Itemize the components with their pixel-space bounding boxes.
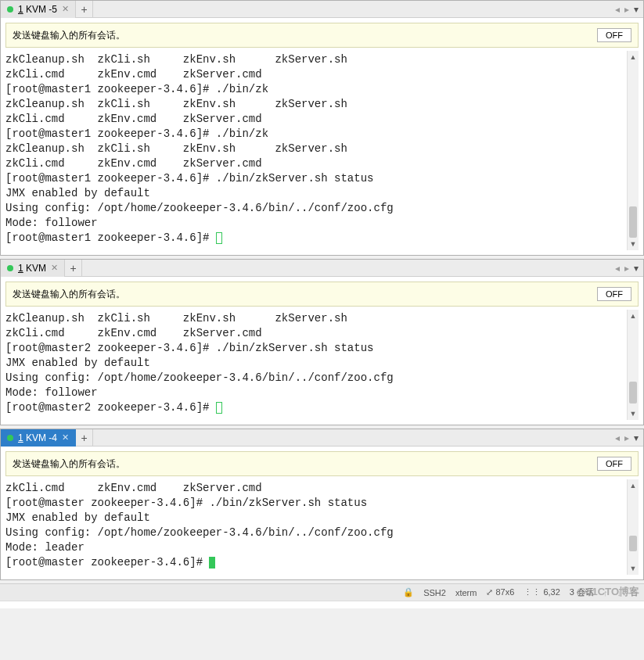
broadcast-notice: 发送键盘输入的所有会话。OFF <box>5 451 639 476</box>
terminal-line: Mode: follower <box>5 216 639 231</box>
tab-label: 1 KVM -5 <box>18 4 57 15</box>
terminal-line: [root@master2 zookeeper-3.4.6]# <box>5 400 639 415</box>
notice-text: 发送键盘输入的所有会话。 <box>13 457 125 471</box>
bottom-stub <box>0 601 644 608</box>
tab-label: 1 KVM <box>18 263 46 274</box>
scroll-down-icon[interactable]: ▼ <box>628 562 639 575</box>
broadcast-notice: 发送键盘输入的所有会话。OFF <box>5 23 639 48</box>
add-tab-button[interactable]: + <box>65 260 82 277</box>
close-icon[interactable]: ✕ <box>51 263 58 273</box>
tab-prev-icon[interactable]: ◂ <box>615 4 620 15</box>
session-tab[interactable]: 1 KVM -4✕ <box>1 429 76 447</box>
terminal-output[interactable]: zkCli.cmd zkEnv.cmd zkServer.cmd[root@ma… <box>5 479 639 575</box>
status-bar: 🔒SSH2xterm⤢ 87x6⋮⋮ 6,323 会话↑↓◻ <box>0 583 644 601</box>
terminal-wrap: zkCleanup.sh zkCli.sh zkEnv.sh zkServer.… <box>5 310 639 420</box>
terminal-line: JMX enabled by default <box>5 186 639 201</box>
tab-menu-icon[interactable]: ▾ <box>634 263 639 274</box>
scroll-down-icon[interactable]: ▼ <box>628 238 639 250</box>
terminal-line: [root@master zookeeper-3.4.6]# <box>5 555 639 570</box>
tab-bar: 1 KVM -5✕+◂▸▾ <box>1 1 643 18</box>
terminal-line: zkCli.cmd zkEnv.cmd zkServer.cmd <box>5 67 639 82</box>
scroll-up-icon[interactable]: ▲ <box>628 51 639 63</box>
tab-bar: 1 KVM -4✕+◂▸▾ <box>1 429 643 447</box>
tab-menu-icon[interactable]: ▾ <box>634 4 639 15</box>
notice-text: 发送键盘输入的所有会话。 <box>13 29 125 42</box>
terminal-line: JMX enabled by default <box>5 356 639 371</box>
broadcast-notice: 发送键盘输入的所有会话。OFF <box>5 282 639 307</box>
terminal-line: JMX enabled by default <box>5 511 639 525</box>
terminal-line: Using config: /opt/home/zookeeper-3.4.6/… <box>5 525 639 540</box>
broadcast-toggle-button[interactable]: OFF <box>597 457 631 471</box>
terminal-line: [root@master1 zookeeper-3.4.6]# ./bin/zk <box>5 82 639 97</box>
terminal-line: [root@master1 zookeeper-3.4.6]# ./bin/zk… <box>5 171 639 186</box>
terminal-line: zkCli.cmd zkEnv.cmd zkServer.cmd <box>5 156 639 171</box>
close-icon[interactable]: ✕ <box>62 432 69 443</box>
tab-nav: ◂▸▾ <box>615 1 639 18</box>
scroll-track[interactable] <box>628 322 639 407</box>
close-icon[interactable]: ✕ <box>62 4 69 14</box>
terminal-wrap: zkCli.cmd zkEnv.cmd zkServer.cmd[root@ma… <box>5 479 639 575</box>
status-size: ⤢ 87x6 <box>486 587 514 597</box>
terminal-pane: 1 KVM -4✕+◂▸▾发送键盘输入的所有会话。OFFzkCli.cmd zk… <box>0 429 644 580</box>
scroll-thumb[interactable] <box>629 536 637 551</box>
terminal-line: zkCli.cmd zkEnv.cmd zkServer.cmd <box>5 326 639 341</box>
arrow-up-icon[interactable]: ↑ <box>603 588 608 597</box>
tab-next-icon[interactable]: ▸ <box>624 432 629 443</box>
notice-text: 发送键盘输入的所有会话。 <box>13 288 125 301</box>
scroll-track[interactable] <box>628 492 639 562</box>
cursor-icon <box>216 232 222 244</box>
square-icon[interactable]: ◻ <box>631 587 638 597</box>
resize-icon: ⤢ <box>486 587 495 597</box>
terminal-line: zkCleanup.sh zkCli.sh zkEnv.sh zkServer.… <box>5 97 639 112</box>
session-tab[interactable]: 1 KVM -5✕ <box>1 1 76 18</box>
scroll-up-icon[interactable]: ▲ <box>628 310 639 322</box>
scroll-down-icon[interactable]: ▼ <box>628 407 639 420</box>
terminal-pane: 1 KVM -5✕+◂▸▾发送键盘输入的所有会话。OFFzkCleanup.sh… <box>0 0 644 256</box>
tab-prev-icon[interactable]: ◂ <box>615 432 620 443</box>
terminal-line: zkCleanup.sh zkCli.sh zkEnv.sh zkServer.… <box>5 52 639 67</box>
terminal-pane: 1 KVM✕+◂▸▾发送键盘输入的所有会话。OFFzkCleanup.sh zk… <box>0 259 644 425</box>
scrollbar[interactable]: ▲▼ <box>627 479 639 575</box>
tab-next-icon[interactable]: ▸ <box>624 4 629 15</box>
terminal-line: zkCleanup.sh zkCli.sh zkEnv.sh zkServer.… <box>5 311 639 326</box>
scrollbar[interactable]: ▲▼ <box>627 310 639 420</box>
tab-nav: ◂▸▾ <box>615 429 639 447</box>
scroll-thumb[interactable] <box>629 206 637 238</box>
scrollbar[interactable]: ▲▼ <box>627 51 639 250</box>
status-dot-icon <box>7 265 13 271</box>
grid-icon: ⋮⋮ <box>523 587 543 597</box>
broadcast-toggle-button[interactable]: OFF <box>597 287 631 301</box>
status-sessions: 3 会话 <box>570 586 594 598</box>
scroll-track[interactable] <box>628 63 639 238</box>
status-position: ⋮⋮ 6,32 <box>523 587 559 597</box>
session-tab[interactable]: 1 KVM✕ <box>1 260 65 277</box>
status-protocol: SSH2 <box>423 588 446 597</box>
scroll-up-icon[interactable]: ▲ <box>628 479 639 492</box>
tab-menu-icon[interactable]: ▾ <box>634 432 639 443</box>
cursor-icon <box>209 557 215 569</box>
arrow-down-icon[interactable]: ↓ <box>617 588 622 597</box>
broadcast-toggle-button[interactable]: OFF <box>597 28 631 42</box>
terminal-wrap: zkCleanup.sh zkCli.sh zkEnv.sh zkServer.… <box>5 51 639 250</box>
status-dot-icon <box>7 435 13 441</box>
tab-label: 1 KVM -4 <box>18 432 57 443</box>
tab-prev-icon[interactable]: ◂ <box>615 263 620 274</box>
status-dot-icon <box>7 6 13 13</box>
terminal-line: Using config: /opt/home/zookeeper-3.4.6/… <box>5 201 639 216</box>
cursor-icon <box>216 402 222 414</box>
scroll-thumb[interactable] <box>629 382 637 403</box>
terminal-line: Using config: /opt/home/zookeeper-3.4.6/… <box>5 371 639 386</box>
terminal-line: Mode: follower <box>5 386 639 400</box>
add-tab-button[interactable]: + <box>76 1 93 18</box>
tab-nav: ◂▸▾ <box>615 260 639 277</box>
add-tab-button[interactable]: + <box>76 429 93 447</box>
terminal-output[interactable]: zkCleanup.sh zkCli.sh zkEnv.sh zkServer.… <box>5 51 639 250</box>
status-term: xterm <box>455 588 477 597</box>
terminal-output[interactable]: zkCleanup.sh zkCli.sh zkEnv.sh zkServer.… <box>5 310 639 420</box>
terminal-line: zkCleanup.sh zkCli.sh zkEnv.sh zkServer.… <box>5 142 639 156</box>
terminal-line: [root@master2 zookeeper-3.4.6]# ./bin/zk… <box>5 341 639 356</box>
terminal-line: zkCli.cmd zkEnv.cmd zkServer.cmd <box>5 481 639 496</box>
tab-next-icon[interactable]: ▸ <box>624 263 629 274</box>
terminal-line: [root@master1 zookeeper-3.4.6]# <box>5 231 639 246</box>
terminal-line: [root@master1 zookeeper-3.4.6]# ./bin/zk <box>5 127 639 142</box>
